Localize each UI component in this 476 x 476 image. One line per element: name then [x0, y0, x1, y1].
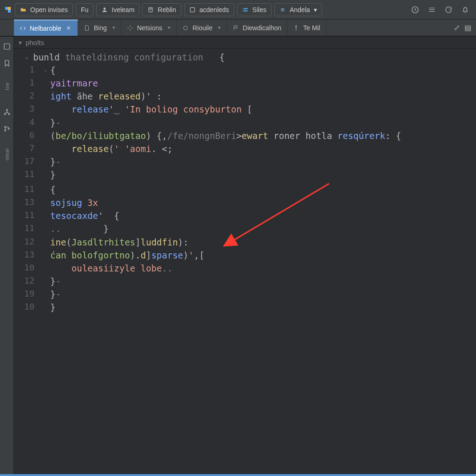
fold-caret[interactable] [41, 288, 50, 301]
code-content[interactable]: }- [50, 275, 410, 288]
rail-project-icon[interactable] [2, 41, 12, 52]
code-line[interactable]: 10 ouleasiizyle lobe.. [14, 262, 410, 275]
fu-button[interactable]: Fu [76, 3, 93, 16]
fold-caret[interactable] [41, 90, 50, 103]
live-button[interactable]: Iveleam [96, 3, 139, 16]
fold-caret[interactable] [41, 275, 50, 288]
fold-caret[interactable] [41, 129, 50, 142]
code-content[interactable]: release'‿ 'In boliog consyburton [ [50, 103, 410, 116]
fold-caret[interactable] [41, 262, 50, 275]
code-line[interactable]: 13ćan bolofgortno).d]sparse)',[ [14, 249, 410, 262]
rail-label-olear[interactable]: olear [4, 146, 10, 162]
line-number: 11 [14, 183, 41, 196]
code-content[interactable]: }- [50, 116, 410, 129]
line-number: 4 [14, 116, 41, 129]
code-line[interactable]: 6(be/bo/iliubtgatao) {,/fe/nongnBeri>ewa… [14, 129, 410, 142]
fold-caret[interactable] [41, 116, 50, 129]
code-content[interactable]: release(' 'aomi. <; [50, 142, 410, 155]
subtab-riouile-label: Riouile [192, 24, 212, 32]
fold-caret[interactable] [41, 103, 50, 116]
fold-header-a: bunld [33, 52, 60, 62]
code-content[interactable]: ine(Jasdltrhites]luddfin): [50, 236, 410, 249]
code-content[interactable]: } [50, 168, 410, 181]
aced-button[interactable]: acdenleds [184, 3, 234, 16]
line-number: 1 [14, 64, 41, 77]
code-content[interactable]: { [50, 183, 410, 196]
code-line[interactable]: 4}- [14, 116, 410, 129]
siles-button[interactable]: Siles [237, 3, 271, 16]
code-content[interactable]: }- [50, 155, 410, 168]
code-content[interactable]: }- [50, 288, 410, 301]
fold-caret[interactable] [41, 183, 50, 196]
aced-label: acdenleds [199, 6, 229, 13]
fold-caret[interactable] [41, 249, 50, 262]
bottom-accent-strip [0, 474, 476, 476]
breadcrumb[interactable]: ▼ pholts [14, 37, 476, 49]
expand-icon[interactable]: ⤢ [454, 23, 460, 32]
fold-caret[interactable] [41, 155, 50, 168]
refresh-icon-button[interactable] [442, 3, 456, 17]
andela-button[interactable]: Andela ▾ [274, 3, 322, 16]
code-editor[interactable]: ⌄ bunld thateldinsng configuration { 1⌄{… [14, 49, 476, 474]
code-content[interactable]: (be/bo/iliubtgatao) {,/fe/nongnBeri>ewar… [50, 129, 410, 142]
code-line[interactable]: 17}- [14, 155, 410, 168]
code-content[interactable]: ćan bolofgortno).d]sparse)',[ [50, 249, 410, 262]
code-line[interactable]: 11{ [14, 183, 410, 196]
code-content[interactable]: tesocaxde' { [50, 209, 410, 222]
rail-structure-icon[interactable] [2, 107, 12, 117]
fold-caret[interactable] [41, 209, 50, 222]
code-content[interactable]: .. } [50, 222, 410, 235]
code-content[interactable]: ouleasiizyle lobe.. [50, 262, 410, 275]
line-number: 3 [14, 103, 41, 116]
svg-rect-5 [4, 44, 10, 49]
code-line[interactable]: 11tesocaxde' { [14, 209, 410, 222]
code-content[interactable]: ight ãhe released)' : [50, 90, 410, 103]
subtab-riouile[interactable]: Riouile ▾ [177, 20, 227, 36]
line-number: 2 [14, 90, 41, 103]
fold-caret[interactable] [41, 196, 50, 209]
reblin-button[interactable]: Reblin [142, 3, 181, 16]
code-line[interactable]: 13sojsug 3x [14, 196, 410, 209]
chevron-down-icon: ⌄ [25, 53, 28, 61]
rail-label-toe[interactable]: toe [4, 80, 10, 92]
code-line[interactable]: 11.. } [14, 222, 410, 235]
clock-icon-button[interactable] [408, 3, 422, 17]
code-line[interactable]: 3 release'‿ 'In boliog consyburton [ [14, 103, 410, 116]
code-line[interactable]: 2ight ãhe released)' : [14, 90, 410, 103]
fold-caret[interactable] [41, 77, 50, 90]
code-line[interactable]: 19}- [14, 288, 410, 301]
fold-caret[interactable] [41, 301, 50, 314]
subtab-netsions[interactable]: Netsions ▾ [121, 20, 177, 36]
code-line[interactable]: 11} [14, 168, 410, 181]
rail-bookmark-icon[interactable] [2, 58, 12, 68]
fold-caret[interactable] [41, 142, 50, 155]
code-line[interactable]: 7 release(' 'aomi. <; [14, 142, 410, 155]
fold-caret[interactable]: ⌄ [41, 64, 50, 77]
code-content[interactable]: { [50, 64, 410, 77]
open-project-button[interactable]: Open invises [15, 3, 73, 16]
code-line[interactable]: 10} [14, 301, 410, 314]
code-line[interactable]: 1yaitrmare [14, 77, 410, 90]
fold-caret[interactable] [41, 236, 50, 249]
code-content[interactable]: sojsug 3x [50, 196, 410, 209]
bell-icon-button[interactable] [458, 3, 472, 17]
layout-icon[interactable]: ▤ [464, 23, 471, 32]
code-content[interactable]: yaitrmare [50, 77, 410, 90]
breadcrumb-root: pholts [26, 39, 44, 46]
code-line[interactable]: 12ine(Jasdltrhites]luddfin): [14, 236, 410, 249]
fold-caret[interactable] [41, 222, 50, 235]
code-line[interactable]: 1⌄{ [14, 64, 410, 77]
menu-icon-button[interactable] [425, 3, 439, 17]
rail-git-icon[interactable] [2, 124, 12, 134]
editor-tab-active[interactable]: Nelbaroble ✕ [14, 20, 78, 36]
subtab-temil[interactable]: Te Mil [287, 20, 326, 36]
code-line[interactable]: 12}- [14, 275, 410, 288]
subtab-diew[interactable]: Diewdicalhon [227, 20, 287, 36]
close-icon[interactable]: ✕ [65, 25, 72, 32]
subtab-bing[interactable]: Bing ▾ [78, 20, 121, 36]
code-content[interactable]: } [50, 301, 410, 314]
svg-point-9 [4, 126, 6, 128]
fold-header[interactable]: ⌄ bunld thateldinsng configuration { [14, 51, 476, 64]
chevron-down-icon: ▾ [218, 25, 221, 31]
fold-caret[interactable] [41, 168, 50, 181]
